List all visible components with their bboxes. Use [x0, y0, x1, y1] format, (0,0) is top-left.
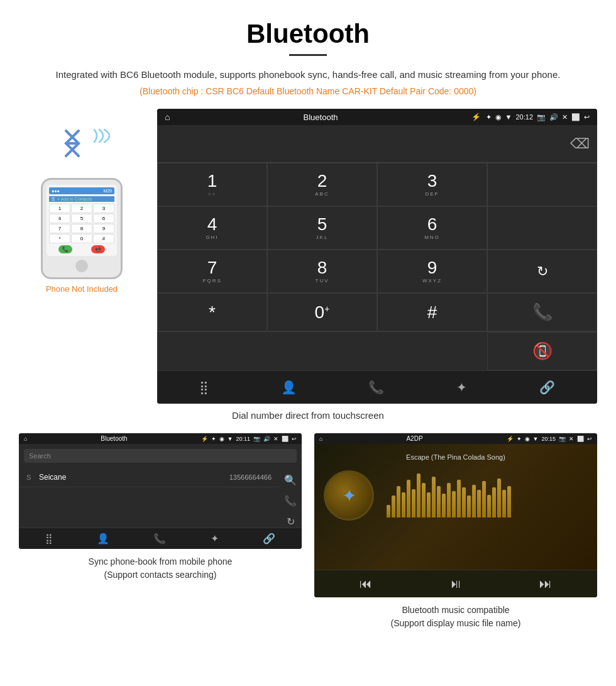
cnav-grid-icon[interactable]: ⣿ [45, 533, 53, 545]
status-icons: ✦ ◉ ▼ 20:12 📷 🔊 ✕ ⬜ ↩ [486, 113, 590, 121]
phone-key-9[interactable]: 9 [93, 224, 114, 233]
cnav-contacts-icon[interactable]: 👤 [97, 533, 109, 545]
music-home-icon[interactable]: ⌂ [319, 436, 322, 442]
music-controls: ⏮ ⏯ ⏭ [314, 570, 597, 597]
music-close-icon[interactable]: ✕ [569, 436, 574, 442]
nav-grid-icon[interactable]: ⣿ [193, 377, 215, 397]
window-icon[interactable]: ⬜ [571, 113, 580, 121]
phone-key-3[interactable]: 3 [93, 204, 114, 213]
phone-home-button[interactable] [75, 260, 88, 272]
phone-key-hash[interactable]: # [93, 234, 114, 243]
music-panel: ⌂ A2DP ⚡ ✦ ◉ ▼ 20:15 📷 ✕ ⬜ ↩ Escape (The… [314, 433, 597, 630]
dial-key-1[interactable]: 1○○ [157, 163, 267, 206]
next-button[interactable]: ⏭ [539, 577, 552, 591]
contacts-cam-icon[interactable]: 📷 [253, 436, 260, 442]
dial-key-2[interactable]: 2ABC [267, 163, 377, 206]
dialer-bottom-nav: ⣿ 👤 📞 ✦ 🔗 [157, 370, 597, 404]
track-title: Escape (The Pina Colada Song) [406, 453, 505, 461]
refresh-icon: ↻ [537, 263, 548, 280]
nav-contacts-icon[interactable]: 👤 [275, 377, 303, 397]
play-pause-button[interactable]: ⏯ [449, 577, 462, 591]
contacts-time: 20:11 [236, 436, 250, 442]
camera-icon[interactable]: 📷 [537, 113, 546, 121]
contacts-window-icon[interactable]: ⬜ [282, 436, 289, 442]
cnav-link-icon[interactable]: 🔗 [263, 533, 275, 545]
description-text: Integrated with BC6 Bluetooth module, su… [0, 67, 616, 82]
phone-key-2[interactable]: 2 [71, 204, 92, 213]
contacts-home-icon[interactable]: ⌂ [24, 436, 27, 442]
contacts-vol-icon[interactable]: 🔊 [263, 436, 270, 442]
dial-key-hash[interactable]: # [377, 293, 487, 331]
volume-icon[interactable]: 🔊 [549, 113, 558, 121]
phone-key-7[interactable]: 7 [49, 224, 70, 233]
bluetooth-icon [60, 124, 85, 162]
dial-key-refresh[interactable]: ↻ [487, 250, 597, 293]
delete-button[interactable]: ⌫ [570, 136, 590, 152]
phone-screen: ●●●M29 ☰+ Add to Contacts 1 2 3 4 5 6 7 … [47, 185, 117, 256]
specs-text: (Bluetooth chip : CSR BC6 Default Blueto… [0, 86, 616, 96]
home-icon[interactable]: ⌂ [165, 112, 170, 122]
phone-call-button[interactable]: 📞 [58, 245, 72, 253]
music-cam-icon[interactable]: 📷 [559, 436, 566, 442]
music-back-icon[interactable]: ↩ [587, 436, 592, 442]
phone-menu-bar: ☰+ Add to Contacts [49, 196, 114, 202]
dial-key-3[interactable]: 3DEF [377, 163, 487, 206]
dial-key-8[interactable]: 8TUV [267, 250, 377, 293]
music-usb-icon: ⚡ [507, 436, 514, 442]
music-content: Escape (The Pina Colada Song) ✦ [314, 444, 597, 570]
prev-button[interactable]: ⏮ [360, 577, 372, 591]
nav-bluetooth-icon[interactable]: ✦ [450, 377, 473, 397]
time-display: 20:12 [515, 113, 533, 121]
usb-icon: ⚡ [471, 113, 481, 121]
contacts-screen: ⌂ Bluetooth ⚡ ✦ ◉ ▼ 20:11 📷 🔊 ✕ ⬜ ↩ Sear… [19, 433, 302, 549]
phone-key-star[interactable]: * [49, 234, 70, 243]
dial-key-4[interactable]: 4GHI [157, 206, 267, 250]
music-signal-icon: ▼ [533, 436, 539, 442]
phone-key-0[interactable]: 0 [71, 234, 92, 243]
phone-key-6[interactable]: 6 [93, 214, 114, 223]
dial-key-7[interactable]: 7PQRS [157, 250, 267, 293]
dialer-grid: 1○○ 2ABC 3DEF 4GHI 5JKL 6MNO 7PQRS [157, 163, 597, 331]
page-title: Bluetooth [0, 19, 616, 49]
contacts-phone-icon[interactable]: 📞 [284, 495, 297, 507]
nav-phone-icon[interactable]: 📞 [362, 377, 390, 397]
phone-keypad: 1 2 3 4 5 6 7 8 9 * 0 # [49, 204, 114, 243]
cnav-phone-icon[interactable]: 📞 [153, 533, 166, 545]
contacts-back-icon[interactable]: ↩ [292, 436, 297, 442]
dial-key-5[interactable]: 5JKL [267, 206, 377, 250]
phone-side: ●●●M29 ☰+ Add to Contacts 1 2 3 4 5 6 7 … [19, 109, 145, 294]
contacts-list: S Seicane 13566664466 [19, 468, 279, 528]
end-call-button[interactable]: 📵 [487, 332, 597, 370]
dial-key-9[interactable]: 9WXYZ [377, 250, 487, 293]
music-time: 20:15 [541, 436, 556, 442]
contacts-loc-icon: ◉ [219, 436, 224, 442]
cnav-bt-icon[interactable]: ✦ [211, 533, 219, 545]
dialer-title: Bluetooth [175, 113, 466, 122]
phone-end-button[interactable]: 📵 [91, 245, 105, 253]
phone-mockup: ●●●M29 ☰+ Add to Contacts 1 2 3 4 5 6 7 … [41, 178, 123, 279]
phone-key-5[interactable]: 5 [71, 214, 92, 223]
music-window-icon[interactable]: ⬜ [577, 436, 584, 442]
screen-caption: Dial number direct from touchscreen [0, 410, 616, 421]
music-panel-caption: Bluetooth music compatible(Support displ… [391, 604, 521, 630]
phone-key-1[interactable]: 1 [49, 204, 70, 213]
contacts-close-icon[interactable]: ✕ [273, 436, 278, 442]
phone-key-8[interactable]: 8 [71, 224, 92, 233]
contacts-search-icon[interactable]: 🔍 [284, 474, 297, 486]
music-status-bar: ⌂ A2DP ⚡ ✦ ◉ ▼ 20:15 📷 ✕ ⬜ ↩ [314, 433, 597, 444]
phone-not-included-label: Phone Not Included [46, 284, 118, 294]
contact-row[interactable]: S Seicane 13566664466 [19, 468, 279, 487]
contacts-search-bar[interactable]: Search [24, 449, 297, 463]
dial-key-0[interactable]: 0+ [267, 293, 377, 331]
dial-call-button[interactable]: 📞 [487, 293, 597, 331]
nav-link-icon[interactable]: 🔗 [533, 377, 561, 397]
contacts-status-bar: ⌂ Bluetooth ⚡ ✦ ◉ ▼ 20:11 📷 🔊 ✕ ⬜ ↩ [19, 433, 302, 444]
close-icon[interactable]: ✕ [562, 113, 568, 121]
phone-key-4[interactable]: 4 [49, 214, 70, 223]
dial-key-star[interactable]: * [157, 293, 267, 331]
contacts-refresh-icon[interactable]: ↻ [287, 516, 295, 528]
back-icon[interactable]: ↩ [584, 113, 590, 121]
signal-icon: ▼ [505, 113, 512, 121]
contacts-panel: ⌂ Bluetooth ⚡ ✦ ◉ ▼ 20:11 📷 🔊 ✕ ⬜ ↩ Sear… [19, 433, 302, 630]
dial-key-6[interactable]: 6MNO [377, 206, 487, 250]
